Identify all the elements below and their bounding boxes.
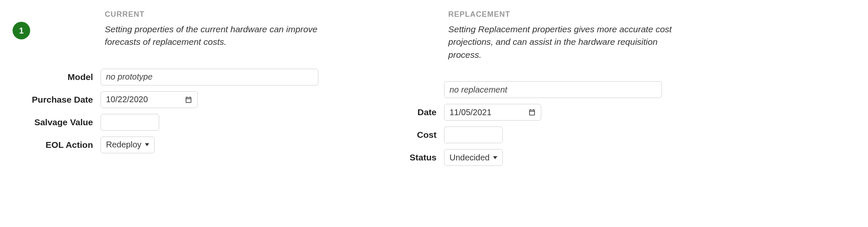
eol-action-value: Redeploy [106, 140, 142, 150]
replacement-model-input[interactable] [444, 81, 662, 98]
replacement-date-input[interactable]: 11/05/2021 [444, 104, 541, 121]
model-label: Model [13, 72, 101, 82]
current-description: Setting properties of the current hardwa… [105, 23, 331, 49]
purchase-date-value: 10/22/2020 [106, 95, 148, 104]
replacement-date-value: 11/05/2021 [450, 108, 491, 117]
chevron-down-icon [145, 143, 149, 146]
step-badge: 1 [13, 22, 30, 39]
current-section: 1 CURRENT Setting properties of the curr… [13, 10, 331, 159]
replacement-description: Setting Replacement properties gives mor… [448, 23, 674, 61]
eol-action-select[interactable]: Redeploy [101, 137, 155, 153]
current-model-input[interactable] [101, 69, 318, 85]
salvage-value-input[interactable] [101, 114, 159, 131]
current-heading: CURRENT [105, 10, 331, 19]
replacement-heading: REPLACEMENT [448, 10, 674, 19]
replacement-status-select[interactable]: Undecided [444, 149, 503, 166]
purchase-date-input[interactable]: 10/22/2020 [101, 91, 198, 108]
eol-action-label: EOL Action [13, 140, 101, 150]
chevron-down-icon [493, 156, 497, 159]
salvage-value-label: Salvage Value [13, 117, 101, 127]
replacement-cost-label: Cost [356, 130, 444, 140]
calendar-icon[interactable] [185, 96, 192, 103]
calendar-icon[interactable] [528, 108, 536, 116]
replacement-section: REPLACEMENT Setting Replacement properti… [356, 10, 674, 172]
replacement-status-value: Undecided [450, 153, 490, 163]
replacement-status-label: Status [356, 152, 444, 163]
replacement-date-label: Date [356, 107, 444, 117]
purchase-date-label: Purchase Date [13, 95, 101, 105]
replacement-cost-input[interactable] [444, 126, 503, 143]
